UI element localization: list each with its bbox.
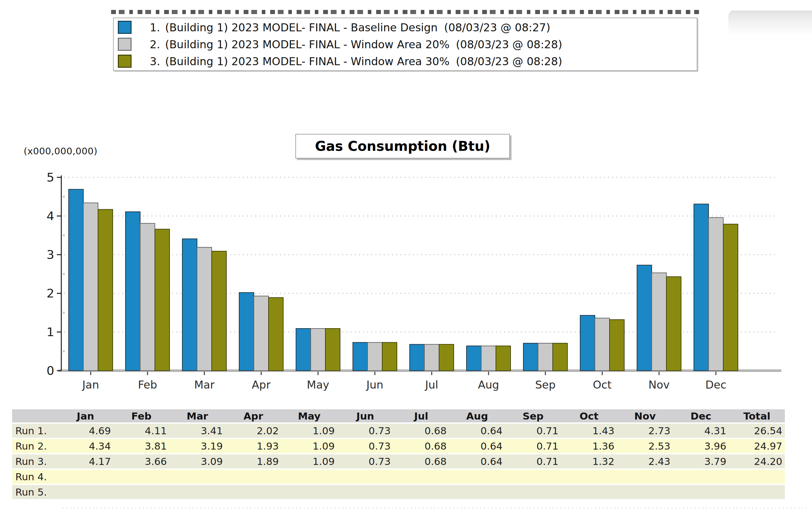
table-cell: 0.73: [337, 456, 393, 467]
table-header-row: JanFebMarAprMayJunJulAugSepOctNovDecTota…: [12, 409, 785, 423]
bar: [125, 212, 140, 371]
table-cell: 1.09: [281, 425, 337, 436]
bar: [723, 224, 738, 371]
legend-item-run1: 1.(Building 1) 2023 MODEL- FINAL - Basel…: [118, 19, 697, 36]
x-axis-label: May: [307, 378, 329, 391]
table-cell: 1.93: [226, 440, 281, 452]
table-cell: 0.64: [449, 425, 505, 436]
table-cell: 26.54: [729, 425, 785, 436]
minor-tick: [63, 273, 65, 275]
column-header: Sep: [505, 410, 561, 422]
column-header: Feb: [113, 410, 169, 422]
table-cell: 1.43: [561, 425, 617, 436]
run-label: Run 5.: [12, 486, 57, 498]
table-cell: 1.09: [281, 440, 337, 452]
table-cell: 0.71: [505, 456, 561, 467]
legend-item-run2: 2.(Building 1) 2023 MODEL- FINAL - Windo…: [118, 36, 697, 53]
x-axis-label: Sep: [535, 378, 556, 391]
column-header: Oct: [561, 410, 617, 422]
run-label: Run 3.: [12, 456, 57, 467]
table-cell: 0.64: [449, 456, 505, 467]
legend-swatch-run2: [118, 38, 132, 51]
x-axis-label: Jul: [424, 378, 438, 391]
report-view: 1.(Building 1) 2023 MODEL- FINAL - Basel…: [0, 0, 812, 517]
table-row: Run 5.: [12, 485, 785, 499]
legend-label: 2.(Building 1) 2023 MODEL- FINAL - Windo…: [150, 38, 562, 51]
bar: [666, 277, 681, 371]
y-axis-label: 1: [47, 325, 54, 339]
column-header: Aug: [449, 410, 505, 422]
table-cell: 3.19: [169, 440, 225, 452]
bar: [69, 189, 83, 371]
bar: [325, 328, 340, 371]
column-header: Nov: [617, 410, 673, 422]
x-axis-label: Nov: [648, 378, 670, 391]
table-cell: 1.32: [561, 456, 617, 467]
bar: [652, 273, 666, 371]
table-cell: 4.34: [57, 440, 113, 452]
bar: [424, 345, 439, 371]
table-cell: 2.02: [226, 425, 281, 436]
column-header: Jun: [337, 410, 393, 422]
table-row: Run 1.4.694.113.412.021.090.730.680.640.…: [12, 424, 785, 438]
minor-tick: [63, 351, 65, 352]
table-cell: 0.73: [337, 425, 393, 436]
table-cell: 0.73: [337, 440, 393, 452]
legend-swatch-run3: [118, 55, 132, 68]
y-axis-unit-label: (x000,000,000): [24, 146, 97, 157]
table-cell: 4.69: [57, 425, 113, 436]
table-cell: 0.64: [449, 440, 505, 452]
run-label: Run 1.: [12, 425, 57, 436]
legend-label: 1.(Building 1) 2023 MODEL- FINAL - Basel…: [150, 21, 550, 34]
legend-box: 1.(Building 1) 2023 MODEL- FINAL - Basel…: [113, 18, 697, 71]
table-row: Run 4.: [12, 470, 785, 484]
x-axis-label: Aug: [478, 378, 499, 391]
x-axis-label: Oct: [593, 378, 612, 391]
bar: [496, 346, 511, 371]
runs-table: JanFebMarAprMayJunJulAugSepOctNovDecTota…: [12, 409, 785, 499]
bar: [466, 346, 481, 371]
table-cell: 3.09: [169, 456, 225, 467]
table-cell: 1.89: [226, 456, 281, 467]
legend-swatch-run1: [118, 21, 132, 34]
bar: [410, 345, 424, 371]
x-axis-label: Mar: [194, 378, 214, 391]
legend-item-run3: 3.(Building 1) 2023 MODEL- FINAL - Windo…: [118, 53, 697, 70]
bar: [254, 296, 268, 371]
table-cell: 0.71: [505, 425, 561, 436]
x-axis-label: Jun: [366, 378, 383, 391]
legend-label: 3.(Building 1) 2023 MODEL- FINAL - Windo…: [150, 55, 562, 68]
table-cell: 1.09: [281, 456, 337, 467]
table-row: Run 3.4.173.663.091.891.090.730.680.640.…: [12, 454, 785, 468]
table-cell: 4.31: [673, 425, 729, 436]
chart-title: Gas Consumption (Btu): [295, 134, 510, 159]
bar: [212, 251, 226, 371]
bar: [708, 218, 723, 371]
bar: [182, 239, 197, 371]
bar: [382, 343, 397, 371]
run-label: Run 4.: [12, 471, 57, 483]
y-axis-label: 2: [47, 286, 54, 300]
bar: [580, 316, 595, 371]
column-header: Dec: [673, 410, 729, 422]
clipped-text-strip: [111, 10, 699, 14]
bar: [523, 343, 538, 371]
bar: [481, 346, 496, 371]
table-cell: 24.97: [729, 440, 785, 452]
bar: [694, 204, 708, 371]
table-cell: 1.36: [561, 440, 617, 452]
bar: [439, 345, 454, 371]
bar: [353, 343, 368, 371]
minor-tick: [63, 196, 65, 198]
bar: [155, 229, 170, 371]
bar: [553, 343, 568, 371]
bar: [368, 343, 382, 371]
column-header: Jan: [57, 410, 113, 422]
x-axis-label: Dec: [705, 378, 726, 391]
table-cell: 0.68: [393, 456, 449, 467]
table-cell: 4.17: [57, 456, 113, 467]
bar: [296, 328, 311, 371]
table-cell: 0.71: [505, 440, 561, 452]
bar: [637, 265, 652, 371]
y-axis-label: 5: [47, 170, 54, 184]
